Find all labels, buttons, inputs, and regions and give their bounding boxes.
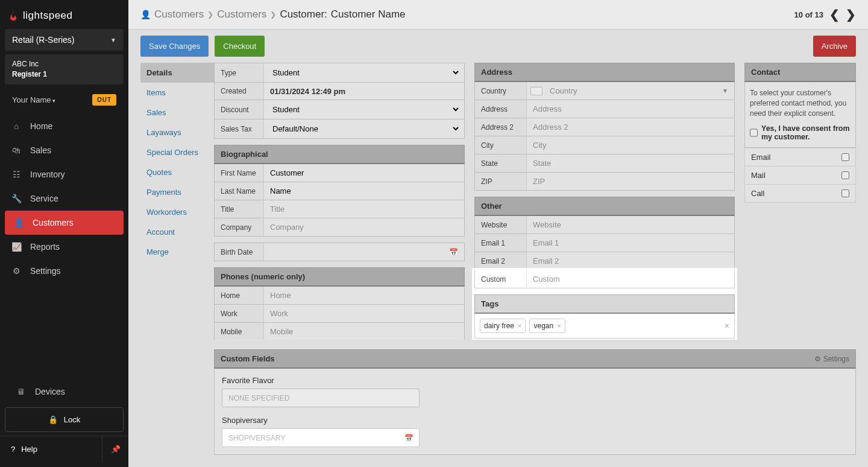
tags-box[interactable]: dairy free ×vegan × × bbox=[474, 314, 735, 338]
breadcrumb: 👤 Customers ❯ Customers ❯ Customer: Cust… bbox=[140, 8, 406, 21]
details-column: Type Student Created 01/31/2024 12:49 pm… bbox=[214, 63, 465, 328]
birth-date-input[interactable] bbox=[268, 246, 461, 258]
first-name-input[interactable] bbox=[268, 167, 461, 179]
type-select[interactable]: Student bbox=[268, 66, 461, 80]
phones-header: Phones (numeric only) bbox=[214, 267, 465, 287]
nav-sales[interactable]: 🛍Sales bbox=[0, 138, 128, 162]
register-info[interactable]: ABC Inc Register 1 bbox=[5, 54, 124, 84]
lock-icon: 🔒 bbox=[48, 415, 58, 424]
shopiversary-input[interactable] bbox=[222, 428, 420, 447]
save-button[interactable]: Save Changes bbox=[140, 36, 209, 57]
detail-tabs: DetailsItemsSalesLayawaysSpecial OrdersQ… bbox=[140, 63, 214, 328]
next-button[interactable]: ❯ bbox=[846, 7, 856, 22]
bio-header: Biographical bbox=[214, 145, 465, 164]
tab-sales[interactable]: Sales bbox=[140, 103, 214, 122]
nav-service[interactable]: 🔧Service bbox=[0, 186, 128, 211]
contact-method-mail: Mail bbox=[744, 167, 856, 185]
other-header: Other bbox=[474, 197, 735, 216]
nav-settings[interactable]: ⚙Settings bbox=[0, 259, 128, 283]
address-header: Address bbox=[474, 63, 735, 82]
email2-input[interactable] bbox=[530, 255, 731, 267]
title-input[interactable] bbox=[268, 203, 461, 215]
consent-row[interactable]: Yes, I have consent from my customer. bbox=[745, 122, 855, 147]
pager: 10 of 13 ❮ ❯ bbox=[794, 7, 856, 22]
email-checkbox[interactable] bbox=[841, 153, 849, 161]
contact-column: Contact To select your customer's prefer… bbox=[744, 63, 856, 328]
calendar-icon[interactable]: 📅 bbox=[449, 248, 458, 256]
country-flag-icon bbox=[530, 87, 542, 95]
tab-account[interactable]: Account bbox=[140, 222, 214, 242]
phone-mobile-input[interactable] bbox=[268, 325, 461, 338]
contact-method-call: Call bbox=[744, 185, 856, 203]
custom-input[interactable] bbox=[530, 273, 731, 285]
tab-layaways[interactable]: Layaways bbox=[140, 122, 214, 142]
tab-workorders[interactable]: Workorders bbox=[140, 202, 214, 222]
nav-customers[interactable]: 👤Customers bbox=[5, 211, 124, 235]
custom-fields-wrapper: Custom Fields ⚙ Settings Favorite Flavor… bbox=[128, 340, 868, 467]
pin-button[interactable]: 📌 bbox=[102, 436, 128, 462]
archive-button[interactable]: Archive bbox=[813, 36, 856, 57]
consent-checkbox[interactable] bbox=[750, 124, 758, 141]
tab-merge[interactable]: Merge bbox=[140, 242, 214, 262]
tab-special-orders[interactable]: Special Orders bbox=[140, 142, 214, 162]
tab-items[interactable]: Items bbox=[140, 83, 214, 103]
last-name-input[interactable] bbox=[268, 185, 461, 197]
city-input[interactable] bbox=[530, 139, 731, 151]
address-input[interactable] bbox=[530, 103, 731, 115]
state-input[interactable] bbox=[530, 157, 731, 170]
brand-logo: lightspeed bbox=[5, 5, 124, 29]
phone-home-input[interactable] bbox=[268, 289, 461, 302]
website-input[interactable] bbox=[530, 218, 731, 231]
tab-details[interactable]: Details bbox=[140, 63, 214, 83]
nav-inventory[interactable]: ☷Inventory bbox=[0, 162, 128, 186]
retail-selector[interactable]: Retail (R-Series) ▼ bbox=[5, 29, 124, 51]
email1-input[interactable] bbox=[530, 237, 731, 249]
gear-icon: ⚙ bbox=[814, 355, 821, 363]
out-badge[interactable]: OUT bbox=[92, 94, 116, 106]
remove-tag-icon[interactable]: × bbox=[518, 322, 521, 329]
chevron-down-icon: ▼ bbox=[110, 37, 116, 43]
country-select[interactable]: Country ▼ bbox=[547, 84, 731, 97]
zip-input[interactable] bbox=[530, 175, 731, 188]
tab-payments[interactable]: Payments bbox=[140, 182, 214, 202]
tax-select[interactable]: Default/None bbox=[268, 122, 461, 136]
flavor-input[interactable] bbox=[222, 389, 420, 407]
mail-checkbox[interactable] bbox=[841, 171, 849, 179]
main-nav: ⌂Home🛍Sales☷Inventory🔧Service👤Customers📈… bbox=[0, 114, 128, 380]
company-input[interactable] bbox=[268, 221, 461, 234]
sidebar: lightspeed Retail (R-Series) ▼ ABC Inc R… bbox=[0, 0, 128, 467]
main-area: 👤 Customers ❯ Customers ❯ Customer: Cust… bbox=[128, 0, 868, 467]
chevron-right-icon: ❯ bbox=[270, 10, 276, 19]
lock-button[interactable]: 🔒 Lock bbox=[5, 407, 124, 432]
flame-icon bbox=[7, 10, 19, 22]
brand-name: lightspeed bbox=[23, 10, 73, 22]
address2-input[interactable] bbox=[530, 121, 731, 133]
call-checkbox[interactable] bbox=[841, 189, 849, 197]
remove-tag-icon[interactable]: × bbox=[557, 322, 561, 329]
tag-vegan[interactable]: vegan × bbox=[529, 319, 565, 333]
nav-home[interactable]: ⌂Home bbox=[0, 114, 128, 138]
calendar-icon[interactable]: 📅 bbox=[404, 434, 414, 442]
created-date: 01/31/2024 12:49 pm bbox=[268, 86, 348, 97]
contact-help-text: To select your customer's preferred cont… bbox=[745, 82, 855, 122]
shopiversary-label: Shopiversary bbox=[222, 416, 848, 425]
chevron-right-icon: ❯ bbox=[207, 10, 213, 19]
user-circle-icon: 👤 bbox=[140, 10, 151, 19]
tab-quotes[interactable]: Quotes bbox=[140, 162, 214, 182]
flavor-label: Favorite Flavor bbox=[222, 376, 848, 385]
chevron-down-icon: ▼ bbox=[722, 87, 728, 94]
nav-devices[interactable]: 🖥 Devices bbox=[5, 380, 124, 404]
devices-icon: 🖥 bbox=[16, 387, 27, 396]
checkout-button[interactable]: Checkout bbox=[215, 36, 265, 57]
tag-dairy-free[interactable]: dairy free × bbox=[480, 319, 526, 333]
help-icon: ? bbox=[11, 445, 15, 454]
discount-select[interactable]: Student bbox=[268, 103, 461, 116]
prev-button[interactable]: ❮ bbox=[829, 7, 840, 22]
custom-fields-settings-link[interactable]: ⚙ Settings bbox=[814, 355, 849, 363]
nav-reports[interactable]: 📈Reports bbox=[0, 235, 128, 259]
phone-work-input[interactable] bbox=[268, 307, 461, 320]
tags-highlight: Custom Tags dairy free ×vegan × × bbox=[474, 270, 735, 338]
clear-tags-button[interactable]: × bbox=[725, 321, 729, 331]
user-row[interactable]: Your Name OUT bbox=[5, 88, 124, 114]
help-button[interactable]: ? Help bbox=[0, 436, 102, 462]
